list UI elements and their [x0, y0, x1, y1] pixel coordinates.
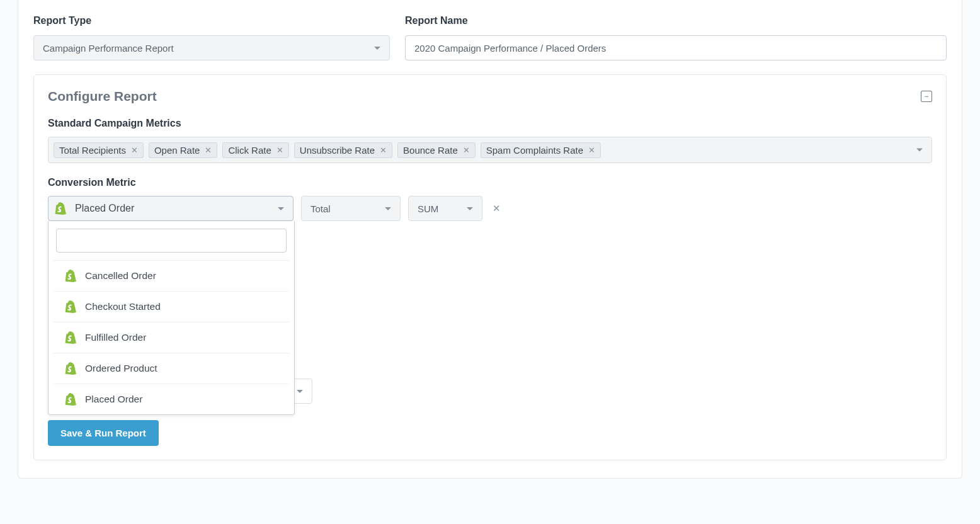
metric-tag: Spam Complaints Rate ✕ — [481, 142, 601, 158]
metric-tag: Click Rate ✕ — [222, 142, 288, 158]
tag-label: Total Recipients — [59, 145, 126, 156]
option-label: Ordered Product — [85, 363, 157, 374]
metric-tag: Open Rate ✕ — [149, 142, 218, 158]
report-type-select[interactable]: Campaign Performance Report — [33, 35, 390, 60]
save-run-report-button[interactable]: Save & Run Report — [48, 420, 159, 446]
chevron-down-icon — [278, 207, 284, 210]
dropdown-option[interactable]: Ordered Product — [54, 353, 289, 384]
dropdown-list: Cancelled Order Checkout Started — [48, 260, 294, 414]
shopify-icon — [65, 393, 76, 406]
chevron-down-icon — [385, 207, 391, 210]
dropdown-option[interactable]: Placed Order — [54, 384, 289, 414]
tag-label: Unsubscribe Rate — [300, 145, 375, 156]
chevron-down-icon — [297, 390, 303, 393]
tag-label: Bounce Rate — [403, 145, 458, 156]
conversion-selected-value: Placed Order — [75, 203, 134, 214]
shopify-icon — [65, 270, 76, 282]
shopify-icon — [65, 300, 76, 313]
report-name-group: Report Name — [405, 15, 947, 60]
clear-conversion-icon[interactable]: ✕ — [490, 203, 503, 214]
standard-metrics-label: Standard Campaign Metrics — [48, 118, 932, 129]
agg-func-value: SUM — [418, 203, 438, 214]
option-label: Fulfilled Order — [85, 332, 146, 343]
conversion-dropdown: Cancelled Order Checkout Started — [48, 221, 295, 415]
tag-label: Open Rate — [154, 145, 200, 156]
dropdown-option[interactable]: Checkout Started — [54, 291, 289, 322]
dropdown-search-input[interactable] — [56, 229, 287, 253]
conversion-metric-row: Placed Order Cancelled Order — [48, 196, 932, 221]
option-label: Checkout Started — [85, 301, 161, 312]
conversion-metric-label: Conversion Metric — [48, 177, 932, 188]
configure-panel: Configure Report − Standard Campaign Met… — [33, 74, 947, 460]
metric-tag: Unsubscribe Rate ✕ — [294, 142, 392, 158]
dropdown-option[interactable]: Cancelled Order — [54, 260, 289, 291]
remove-tag-icon[interactable]: ✕ — [463, 145, 470, 155]
collapse-button[interactable]: − — [921, 91, 932, 102]
remove-tag-icon[interactable]: ✕ — [380, 145, 387, 155]
agg-type-value: Total — [311, 203, 331, 214]
report-builder-form: Report Type Campaign Performance Report … — [18, 0, 962, 479]
aggregation-func-select[interactable]: SUM — [408, 196, 482, 221]
report-name-label: Report Name — [405, 15, 947, 26]
option-label: Cancelled Order — [85, 270, 156, 282]
metric-tag: Bounce Rate ✕ — [397, 142, 476, 158]
conversion-metric-select[interactable]: Placed Order — [48, 196, 293, 221]
tag-label: Click Rate — [228, 145, 271, 156]
shopify-icon — [65, 362, 76, 375]
report-name-input[interactable] — [405, 35, 947, 60]
chevron-down-icon — [374, 47, 380, 50]
dropdown-option[interactable]: Fulfilled Order — [54, 322, 289, 353]
chevron-down-icon — [916, 149, 923, 152]
remove-tag-icon[interactable]: ✕ — [276, 145, 283, 155]
minus-icon: − — [924, 93, 928, 100]
remove-tag-icon[interactable]: ✕ — [588, 145, 595, 155]
aggregation-type-select[interactable]: Total — [301, 196, 401, 221]
remove-tag-icon[interactable]: ✕ — [131, 145, 138, 155]
remove-tag-icon[interactable]: ✕ — [205, 145, 212, 155]
shopify-icon — [65, 331, 76, 344]
report-type-value: Campaign Performance Report — [43, 43, 174, 54]
configure-title: Configure Report — [48, 89, 157, 104]
tag-label: Spam Complaints Rate — [486, 145, 583, 156]
configure-header: Configure Report − — [48, 89, 932, 104]
standard-metrics-multiselect[interactable]: Total Recipients ✕ Open Rate ✕ Click Rat… — [48, 137, 932, 163]
conversion-select-wrapper: Placed Order Cancelled Order — [48, 196, 293, 221]
shopify-icon — [55, 202, 66, 215]
option-label: Placed Order — [85, 394, 142, 405]
chevron-down-icon — [467, 207, 473, 210]
report-type-label: Report Type — [33, 15, 390, 26]
metric-tag: Total Recipients ✕ — [54, 142, 144, 158]
report-type-group: Report Type Campaign Performance Report — [33, 15, 390, 60]
top-config-row: Report Type Campaign Performance Report … — [33, 15, 947, 60]
